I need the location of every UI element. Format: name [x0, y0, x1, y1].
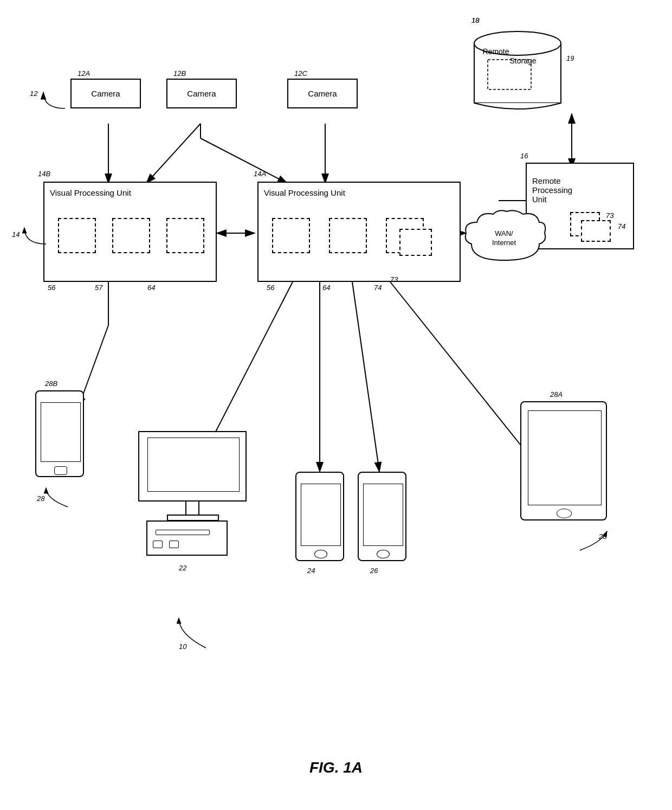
label-64a: 64 [147, 284, 155, 292]
svg-line-4 [146, 124, 201, 183]
vpu-14A-sub-64 [329, 218, 367, 253]
label-56a: 56 [48, 284, 55, 292]
label-24: 24 [307, 567, 315, 575]
phone-26 [358, 472, 406, 561]
camera-12C: Camera [287, 79, 358, 108]
fig-caption: FIG. 1A [233, 759, 439, 776]
label-74a: 74 [374, 284, 382, 292]
label-14A: 14A [254, 170, 266, 178]
vpu-14B-title: Visual Processing Unit [50, 188, 131, 197]
tablet-28A-btn [557, 509, 572, 518]
phone-24 [295, 472, 344, 561]
tablet-28A-screen [528, 410, 602, 505]
vpu-14B: Visual Processing Unit [43, 182, 217, 282]
label-73a: 73 [390, 275, 398, 284]
label-12B: 12B [173, 69, 186, 78]
phone-26-screen [363, 484, 403, 546]
label-56b: 56 [267, 284, 274, 292]
drive-btn-2 [169, 541, 179, 548]
camera-12B: Camera [166, 79, 237, 108]
label-16: 16 [520, 152, 528, 160]
phone-24-screen [301, 484, 341, 546]
vpu-14A-title: Visual Processing Unit [264, 188, 345, 197]
label-22: 22 [179, 564, 186, 572]
tablet-28A [520, 401, 607, 520]
phone-26-btn [377, 550, 390, 558]
drive-slot-1 [156, 530, 210, 535]
monitor-stand-22 [185, 502, 199, 515]
monitor-22 [138, 431, 247, 502]
vpu-14B-sub-57 [112, 218, 150, 253]
label-14B: 14B [38, 170, 50, 178]
svg-text:Storage: Storage [509, 56, 536, 65]
label-57a: 57 [95, 284, 102, 292]
label-19: 19 [566, 54, 574, 62]
label-28B: 28B [45, 380, 57, 388]
svg-text:Remote: Remote [482, 47, 509, 56]
phone-28B-screen [41, 402, 81, 462]
svg-line-17 [390, 282, 542, 472]
vpu-14A: Visual Processing Unit [257, 182, 461, 282]
vpu-14A-sub-74 [399, 229, 432, 256]
phone-24-btn [314, 550, 327, 558]
phone-28B [35, 390, 84, 477]
label-74b: 74 [618, 222, 625, 230]
svg-text:Internet: Internet [492, 239, 516, 247]
tower-22 [146, 520, 228, 556]
vpu-14A-sub-56 [272, 218, 310, 253]
vpu-14B-sub-64 [166, 218, 204, 253]
svg-text:WAN/: WAN/ [495, 229, 513, 237]
label-12C: 12C [294, 69, 307, 78]
drive-btn-1 [153, 541, 163, 548]
camera-12A: Camera [70, 79, 141, 108]
label-64b: 64 [322, 284, 330, 292]
label-73b: 73 [606, 211, 613, 220]
rpu-dashed-74 [581, 220, 611, 242]
phone-28B-btn [54, 466, 67, 475]
label-28A: 28A [550, 390, 563, 398]
svg-line-16 [352, 282, 379, 472]
rpu-label: RemoteProcessingUnit [532, 176, 628, 204]
label-12A: 12A [77, 69, 90, 78]
label-26: 26 [370, 567, 378, 575]
vpu-14B-sub-56 [58, 218, 96, 253]
monitor-screen-22 [147, 438, 240, 492]
svg-line-6 [201, 138, 287, 183]
